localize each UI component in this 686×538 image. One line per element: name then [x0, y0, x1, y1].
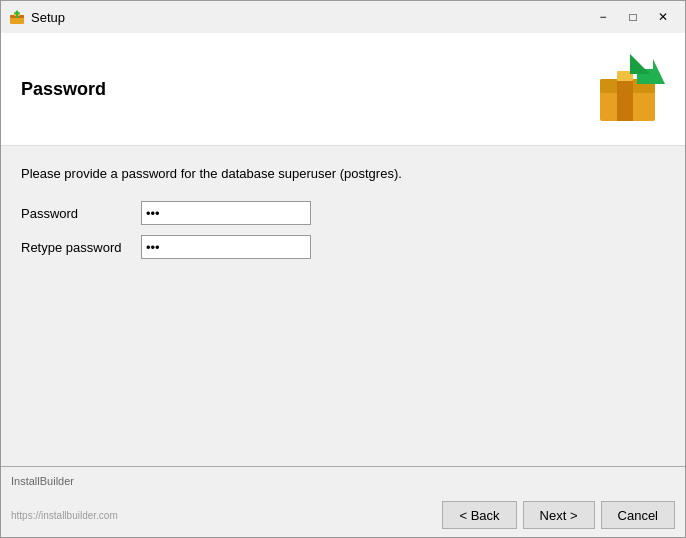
retype-group: Retype password — [21, 235, 665, 259]
app-icon — [9, 9, 25, 25]
svg-rect-7 — [617, 79, 633, 121]
back-button[interactable]: < Back — [442, 501, 516, 529]
header-section: Password — [1, 33, 685, 146]
password-group: Password — [21, 201, 665, 225]
content-area: Password — [1, 33, 685, 537]
main-content: Please provide a password for the databa… — [1, 146, 685, 466]
cancel-button[interactable]: Cancel — [601, 501, 675, 529]
retype-password-input[interactable] — [141, 235, 311, 259]
install-builder-label: InstallBuilder — [11, 475, 74, 487]
minimize-button[interactable]: − — [589, 6, 617, 28]
password-input[interactable] — [141, 201, 311, 225]
retype-label: Retype password — [21, 240, 141, 255]
footer-url: https://installbuilder.com — [11, 510, 118, 521]
footer-inner: InstallBuilder — [1, 467, 685, 495]
window-title: Setup — [31, 10, 589, 25]
svg-marker-11 — [630, 54, 650, 74]
footer-section: InstallBuilder https://installbuilder.co… — [1, 466, 685, 537]
svg-marker-9 — [653, 59, 665, 84]
page-title: Password — [21, 79, 106, 100]
close-button[interactable]: ✕ — [649, 6, 677, 28]
next-button[interactable]: Next > — [523, 501, 595, 529]
header-icon — [595, 49, 665, 129]
maximize-button[interactable]: □ — [619, 6, 647, 28]
setup-window: Setup − □ ✕ Password — [0, 0, 686, 538]
title-bar: Setup − □ ✕ — [1, 1, 685, 33]
footer-buttons: https://installbuilder.com < Back Next >… — [1, 495, 685, 537]
description-text: Please provide a password for the databa… — [21, 166, 665, 181]
svg-rect-4 — [16, 14, 18, 18]
window-controls: − □ ✕ — [589, 6, 677, 28]
password-label: Password — [21, 206, 141, 221]
